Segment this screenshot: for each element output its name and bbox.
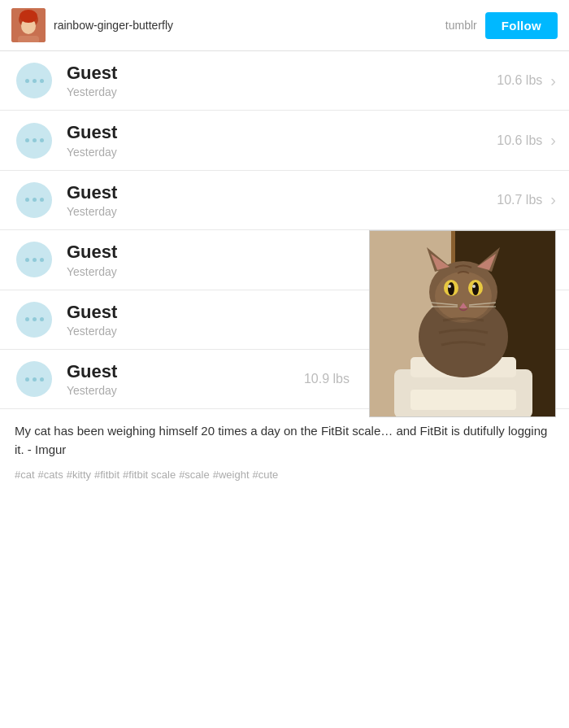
post-header: rainbow-ginger-butterfly tumblr Follow xyxy=(0,0,569,51)
tag-scale: #scale xyxy=(179,469,210,481)
item-date-2: Yesterday xyxy=(67,146,497,159)
tag-cute: #cute xyxy=(253,469,279,481)
svg-point-22 xyxy=(472,282,479,295)
svg-rect-4 xyxy=(18,36,39,42)
weight-item[interactable]: Guest Yesterday 10.7 lbs › xyxy=(0,171,569,230)
item-name-1: Guest xyxy=(67,63,497,84)
post-description: My cat has been weighing himself 20 time… xyxy=(15,422,554,459)
user-avatar-6 xyxy=(16,361,52,397)
tag-kitty: #kitty xyxy=(67,469,91,481)
item-name-2: Guest xyxy=(67,122,497,143)
item-info-1: Guest Yesterday xyxy=(67,63,497,98)
photo-section: Guest Yesterday Guest Yesterday Guest Ye… xyxy=(0,230,569,408)
user-avatar-3 xyxy=(16,182,52,218)
item-date-1: Yesterday xyxy=(67,85,497,98)
item-weight-1: 10.6 lbs xyxy=(497,73,542,88)
item-date-3: Yesterday xyxy=(67,205,497,218)
tag-weight: #weight xyxy=(213,469,250,481)
item-name-3: Guest xyxy=(67,182,497,203)
item-date-6: Yesterday xyxy=(67,384,304,397)
item-info-3: Guest Yesterday xyxy=(67,182,497,218)
description-section: My cat has been weighing himself 20 time… xyxy=(0,408,569,489)
weight-item[interactable]: Guest Yesterday 10.6 lbs › xyxy=(0,111,569,170)
svg-point-23 xyxy=(448,285,451,288)
follow-button[interactable]: Follow xyxy=(485,12,558,39)
user-avatar-5 xyxy=(16,302,52,338)
chevron-icon-3: › xyxy=(550,190,556,209)
item-info-4: Guest Yesterday xyxy=(67,242,358,277)
item-date-5: Yesterday xyxy=(67,325,358,338)
item-weight-2: 10.6 lbs xyxy=(497,133,542,148)
tag-fitbit-scale: #fitbit scale xyxy=(123,469,176,481)
svg-point-24 xyxy=(472,285,476,288)
cat-photo xyxy=(369,230,556,417)
item-weight-6: 10.9 lbs xyxy=(304,372,350,386)
item-name-6: Guest xyxy=(67,361,304,382)
user-avatar-1 xyxy=(16,63,52,98)
weight-item[interactable]: Guest Yesterday 10.6 lbs › xyxy=(0,51,569,111)
item-weight-3: 10.7 lbs xyxy=(497,193,542,207)
svg-rect-30 xyxy=(410,390,516,410)
item-info-6: Guest Yesterday xyxy=(67,361,304,397)
chevron-icon-1: › xyxy=(550,72,556,90)
svg-point-3 xyxy=(20,10,37,23)
item-info-5: Guest Yesterday xyxy=(67,302,358,338)
avatar[interactable] xyxy=(11,8,46,42)
svg-point-18 xyxy=(435,272,492,320)
post-content: Guest Yesterday 10.6 lbs › Guest Yesterd… xyxy=(0,51,569,489)
user-avatar-2 xyxy=(16,123,52,159)
tags-container: #cat #cats #kitty #fitbit #fitbit scale … xyxy=(15,469,554,481)
item-info-2: Guest Yesterday xyxy=(67,122,497,158)
user-avatar-4 xyxy=(16,242,52,277)
platform-label: tumblr xyxy=(445,19,477,32)
tag-cat: #cat xyxy=(15,469,35,481)
item-date-4: Yesterday xyxy=(67,265,358,278)
tag-cats: #cats xyxy=(38,469,63,481)
username-label: rainbow-ginger-butterfly xyxy=(54,19,445,32)
tag-fitbit: #fitbit xyxy=(94,469,119,481)
item-name-4: Guest xyxy=(67,242,358,263)
svg-point-21 xyxy=(448,282,454,295)
chevron-icon-2: › xyxy=(550,131,556,150)
item-name-5: Guest xyxy=(67,302,358,323)
